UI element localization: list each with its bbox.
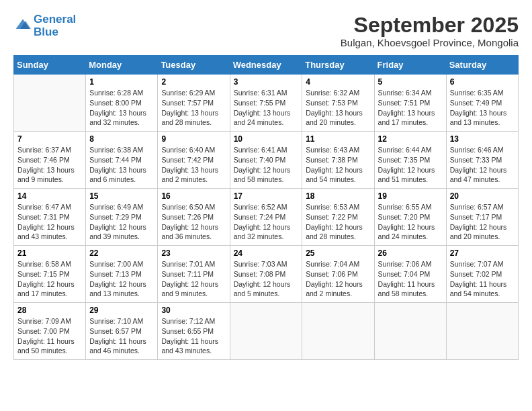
day-info: Sunrise: 7:03 AM Sunset: 7:08 PM Dayligh… [234, 259, 299, 299]
day-cell: 14Sunrise: 6:47 AM Sunset: 7:31 PM Dayli… [14, 189, 86, 246]
logo-line1: General [34, 13, 76, 26]
day-info: Sunrise: 6:50 AM Sunset: 7:26 PM Dayligh… [161, 202, 226, 242]
day-number: 13 [450, 134, 515, 144]
day-number: 28 [17, 306, 82, 315]
day-info: Sunrise: 7:09 AM Sunset: 7:00 PM Dayligh… [17, 316, 82, 356]
day-info: Sunrise: 6:31 AM Sunset: 7:55 PM Dayligh… [234, 88, 299, 128]
day-info: Sunrise: 6:58 AM Sunset: 7:15 PM Dayligh… [17, 259, 82, 299]
day-number: 6 [450, 77, 515, 87]
day-info: Sunrise: 6:47 AM Sunset: 7:31 PM Dayligh… [17, 202, 82, 242]
day-number: 30 [161, 306, 226, 315]
day-info: Sunrise: 6:28 AM Sunset: 8:00 PM Dayligh… [89, 88, 154, 128]
day-info: Sunrise: 6:40 AM Sunset: 7:42 PM Dayligh… [161, 145, 226, 185]
day-cell: 3Sunrise: 6:31 AM Sunset: 7:55 PM Daylig… [230, 75, 302, 132]
day-number: 29 [89, 306, 154, 315]
day-cell [14, 75, 86, 132]
day-info: Sunrise: 7:07 AM Sunset: 7:02 PM Dayligh… [450, 259, 515, 299]
day-cell: 21Sunrise: 6:58 AM Sunset: 7:15 PM Dayli… [14, 246, 86, 303]
day-number: 10 [234, 134, 299, 144]
day-number: 21 [17, 248, 82, 258]
day-number: 22 [89, 248, 154, 258]
month-title: September 2025 [341, 13, 519, 37]
calendar-table: SundayMondayTuesdayWednesdayThursdayFrid… [13, 55, 519, 360]
day-cell: 8Sunrise: 6:38 AM Sunset: 7:44 PM Daylig… [86, 132, 158, 189]
day-number: 20 [450, 191, 515, 201]
day-info: Sunrise: 6:41 AM Sunset: 7:40 PM Dayligh… [234, 145, 299, 185]
day-number: 16 [161, 191, 226, 201]
day-cell: 4Sunrise: 6:32 AM Sunset: 7:53 PM Daylig… [302, 75, 374, 132]
day-cell: 26Sunrise: 7:06 AM Sunset: 7:04 PM Dayli… [374, 246, 446, 303]
day-number: 2 [161, 77, 226, 87]
day-cell: 6Sunrise: 6:35 AM Sunset: 7:49 PM Daylig… [446, 75, 518, 132]
title-section: September 2025 Bulgan, Khoevsgoel Provin… [341, 13, 519, 48]
day-cell: 10Sunrise: 6:41 AM Sunset: 7:40 PM Dayli… [230, 132, 302, 189]
day-header-sunday: Sunday [14, 56, 86, 75]
day-header-monday: Monday [86, 56, 158, 75]
day-header-saturday: Saturday [446, 56, 518, 75]
day-info: Sunrise: 6:43 AM Sunset: 7:38 PM Dayligh… [306, 145, 370, 185]
day-info: Sunrise: 7:12 AM Sunset: 6:55 PM Dayligh… [161, 316, 226, 356]
week-row-3: 14Sunrise: 6:47 AM Sunset: 7:31 PM Dayli… [14, 189, 519, 246]
day-number: 23 [161, 248, 226, 258]
day-number: 27 [450, 248, 515, 258]
day-header-friday: Friday [374, 56, 446, 75]
day-info: Sunrise: 6:46 AM Sunset: 7:33 PM Dayligh… [450, 145, 515, 185]
day-info: Sunrise: 6:52 AM Sunset: 7:24 PM Dayligh… [234, 202, 299, 242]
day-cell: 29Sunrise: 7:10 AM Sunset: 6:57 PM Dayli… [86, 303, 158, 360]
day-info: Sunrise: 7:00 AM Sunset: 7:13 PM Dayligh… [89, 259, 154, 299]
day-number: 24 [234, 248, 299, 258]
day-number: 1 [89, 77, 154, 87]
day-cell: 25Sunrise: 7:04 AM Sunset: 7:06 PM Dayli… [302, 246, 374, 303]
day-cell: 30Sunrise: 7:12 AM Sunset: 6:55 PM Dayli… [158, 303, 230, 360]
day-cell: 15Sunrise: 6:49 AM Sunset: 7:29 PM Dayli… [86, 189, 158, 246]
day-header-wednesday: Wednesday [230, 56, 302, 75]
day-cell: 28Sunrise: 7:09 AM Sunset: 7:00 PM Dayli… [14, 303, 86, 360]
day-cell: 22Sunrise: 7:00 AM Sunset: 7:13 PM Dayli… [86, 246, 158, 303]
week-row-1: 1Sunrise: 6:28 AM Sunset: 8:00 PM Daylig… [14, 75, 519, 132]
day-cell: 5Sunrise: 6:34 AM Sunset: 7:51 PM Daylig… [374, 75, 446, 132]
day-cell: 16Sunrise: 6:50 AM Sunset: 7:26 PM Dayli… [158, 189, 230, 246]
day-info: Sunrise: 6:29 AM Sunset: 7:57 PM Dayligh… [161, 88, 226, 128]
day-cell [446, 303, 518, 360]
day-cell: 27Sunrise: 7:07 AM Sunset: 7:02 PM Dayli… [446, 246, 518, 303]
day-info: Sunrise: 6:55 AM Sunset: 7:20 PM Dayligh… [378, 202, 443, 242]
day-info: Sunrise: 7:10 AM Sunset: 6:57 PM Dayligh… [89, 316, 154, 356]
day-cell: 19Sunrise: 6:55 AM Sunset: 7:20 PM Dayli… [374, 189, 446, 246]
day-cell: 7Sunrise: 6:37 AM Sunset: 7:46 PM Daylig… [14, 132, 86, 189]
week-row-2: 7Sunrise: 6:37 AM Sunset: 7:46 PM Daylig… [14, 132, 519, 189]
page-header: General Blue September 2025 Bulgan, Khoe… [13, 13, 519, 48]
week-row-4: 21Sunrise: 6:58 AM Sunset: 7:15 PM Dayli… [14, 246, 519, 303]
days-header-row: SundayMondayTuesdayWednesdayThursdayFrid… [14, 56, 519, 75]
day-number: 25 [306, 248, 370, 258]
day-cell: 11Sunrise: 6:43 AM Sunset: 7:38 PM Dayli… [302, 132, 374, 189]
day-cell: 23Sunrise: 7:01 AM Sunset: 7:11 PM Dayli… [158, 246, 230, 303]
day-cell: 2Sunrise: 6:29 AM Sunset: 7:57 PM Daylig… [158, 75, 230, 132]
day-info: Sunrise: 6:35 AM Sunset: 7:49 PM Dayligh… [450, 88, 515, 128]
day-cell: 9Sunrise: 6:40 AM Sunset: 7:42 PM Daylig… [158, 132, 230, 189]
day-info: Sunrise: 6:49 AM Sunset: 7:29 PM Dayligh… [89, 202, 154, 242]
logo: General Blue [13, 13, 76, 38]
day-cell: 18Sunrise: 6:53 AM Sunset: 7:22 PM Dayli… [302, 189, 374, 246]
location: Bulgan, Khoevsgoel Province, Mongolia [341, 37, 519, 48]
day-info: Sunrise: 6:37 AM Sunset: 7:46 PM Dayligh… [17, 145, 82, 185]
day-number: 12 [378, 134, 443, 144]
day-info: Sunrise: 6:53 AM Sunset: 7:22 PM Dayligh… [306, 202, 370, 242]
day-number: 9 [161, 134, 226, 144]
day-cell: 12Sunrise: 6:44 AM Sunset: 7:35 PM Dayli… [374, 132, 446, 189]
day-info: Sunrise: 7:04 AM Sunset: 7:06 PM Dayligh… [306, 259, 370, 299]
day-cell: 13Sunrise: 6:46 AM Sunset: 7:33 PM Dayli… [446, 132, 518, 189]
day-header-thursday: Thursday [302, 56, 374, 75]
day-info: Sunrise: 6:32 AM Sunset: 7:53 PM Dayligh… [306, 88, 370, 128]
day-number: 4 [306, 77, 370, 87]
day-info: Sunrise: 6:34 AM Sunset: 7:51 PM Dayligh… [378, 88, 443, 128]
day-cell: 1Sunrise: 6:28 AM Sunset: 8:00 PM Daylig… [86, 75, 158, 132]
day-number: 18 [306, 191, 370, 201]
day-info: Sunrise: 6:57 AM Sunset: 7:17 PM Dayligh… [450, 202, 515, 242]
day-number: 17 [234, 191, 299, 201]
day-cell: 20Sunrise: 6:57 AM Sunset: 7:17 PM Dayli… [446, 189, 518, 246]
logo-line2: Blue [34, 26, 76, 39]
day-number: 5 [378, 77, 443, 87]
day-cell [230, 303, 302, 360]
day-number: 26 [378, 248, 443, 258]
day-number: 11 [306, 134, 370, 144]
